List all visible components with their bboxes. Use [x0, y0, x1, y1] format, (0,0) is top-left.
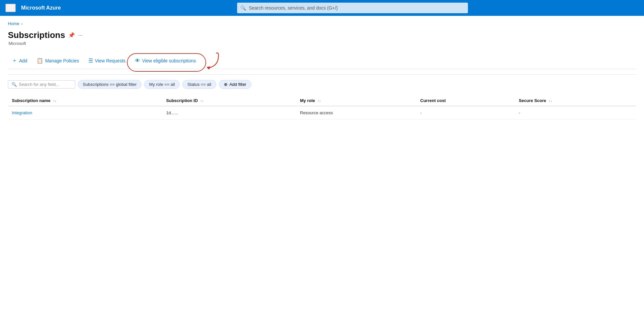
- sort-arrows-name[interactable]: ↑↓: [53, 99, 56, 103]
- breadcrumb-separator: ›: [21, 21, 23, 26]
- add-icon: ＋: [12, 57, 17, 64]
- cell-role: Resource access: [296, 106, 416, 120]
- col-header-cost: Current cost: [416, 95, 515, 106]
- breadcrumb: Home ›: [8, 21, 636, 26]
- filter-chip-myrole[interactable]: My role == all: [144, 80, 180, 89]
- sort-arrows-role[interactable]: ↑↓: [318, 99, 321, 103]
- add-button[interactable]: ＋ Add: [8, 55, 31, 66]
- search-icon: 🔍: [240, 5, 246, 11]
- search-input[interactable]: [237, 3, 468, 13]
- global-search: 🔍: [237, 3, 468, 13]
- field-search-input[interactable]: [19, 82, 72, 87]
- hamburger-menu[interactable]: [5, 4, 16, 12]
- view-eligible-container: 👁 View eligible subscriptions: [131, 56, 200, 66]
- col-header-name: Subscription name ↑↓: [8, 95, 162, 106]
- list-icon: ☰: [88, 57, 93, 64]
- table-header-row: Subscription name ↑↓ Subscription ID ↑↓ …: [8, 95, 636, 106]
- add-filter-button[interactable]: ⊕ Add filter: [219, 80, 251, 89]
- cell-name: Integration: [8, 106, 162, 120]
- sort-arrows-id[interactable]: ↑↓: [200, 99, 203, 103]
- main-content: Home › Subscriptions 📌 ··· Microsoft ＋ A…: [0, 16, 644, 125]
- topbar: Microsoft Azure 🔍: [0, 0, 644, 16]
- policy-icon: 📋: [37, 57, 43, 64]
- filter-chip-status[interactable]: Status == all: [182, 80, 216, 89]
- subscriptions-table: Subscription name ↑↓ Subscription ID ↑↓ …: [8, 95, 636, 120]
- field-search: 🔍: [8, 80, 75, 89]
- breadcrumb-home[interactable]: Home: [8, 21, 19, 26]
- eye-icon: 👁: [135, 58, 140, 64]
- page-title: Subscriptions: [8, 30, 65, 40]
- manage-policies-button[interactable]: 📋 Manage Policies: [33, 55, 83, 66]
- page-subtitle: Microsoft: [9, 41, 636, 46]
- view-eligible-button[interactable]: 👁 View eligible subscriptions: [131, 56, 200, 66]
- pin-icon[interactable]: 📌: [68, 32, 75, 38]
- separator-line: [8, 74, 636, 75]
- subscription-name-link[interactable]: Integration: [12, 110, 32, 115]
- table-row: Integration1d......Resource access--: [8, 106, 636, 120]
- filter-chip-subscriptions[interactable]: Subscriptions == global filter: [78, 80, 141, 89]
- col-header-score: Secure Score ↑↓: [515, 95, 636, 106]
- page-header: Subscriptions 📌 ··· Microsoft: [8, 30, 636, 46]
- col-header-id: Subscription ID ↑↓: [162, 95, 296, 106]
- app-title: Microsoft Azure: [21, 5, 61, 11]
- cell-cost: -: [416, 106, 515, 120]
- more-options-icon[interactable]: ···: [78, 32, 82, 38]
- cell-id: 1d......: [162, 106, 296, 120]
- sort-arrows-score[interactable]: ↑↓: [549, 99, 552, 103]
- filter-icon: ⊕: [224, 82, 228, 87]
- cell-score: -: [515, 106, 636, 120]
- svg-marker-0: [206, 66, 210, 70]
- col-header-role: My role ↑↓: [296, 95, 416, 106]
- toolbar: ＋ Add 📋 Manage Policies ☰ View Requests …: [8, 53, 636, 69]
- filter-row: 🔍 Subscriptions == global filter My role…: [8, 80, 636, 89]
- view-requests-button[interactable]: ☰ View Requests: [84, 55, 130, 66]
- filter-search-icon: 🔍: [12, 82, 17, 87]
